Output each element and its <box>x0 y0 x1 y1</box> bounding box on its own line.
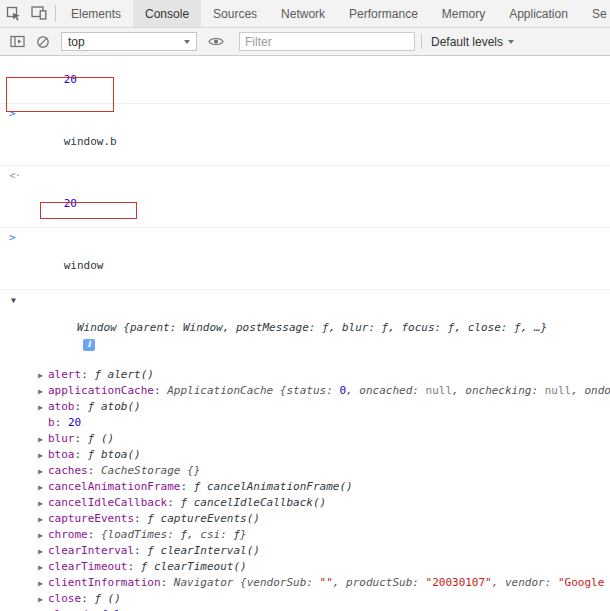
property-value-token: ƒ () <box>88 432 115 445</box>
expand-arrow-icon[interactable] <box>38 528 48 543</box>
live-expression-button[interactable] <box>203 29 229 55</box>
property-row-alert[interactable]: alertƒ alert() <box>0 367 610 383</box>
expand-arrow-icon[interactable] <box>38 496 48 511</box>
property-value-token: Navigator {vendorSub: <box>174 576 320 589</box>
property-name: chrome <box>48 528 101 541</box>
property-row-blur[interactable]: blurƒ () <box>0 431 610 447</box>
tab-se[interactable]: Se <box>580 0 610 27</box>
input-command: window <box>64 259 104 272</box>
property-value-token: , oncached: <box>346 384 425 397</box>
eye-icon <box>208 36 224 47</box>
expand-arrow-icon[interactable] <box>38 480 48 495</box>
collapse-arrow-icon[interactable] <box>11 294 21 308</box>
console-result-message: 20 <box>0 166 610 228</box>
console-object-message: Window {parent: Window, postMessage: ƒ, … <box>0 290 610 611</box>
property-value-token: , productSub: <box>333 576 426 589</box>
filter-input[interactable] <box>239 32 415 51</box>
console-toolbar: top Default levels <box>0 28 610 56</box>
property-value-token: null <box>426 384 453 397</box>
property-value-token: , csi: <box>187 528 233 541</box>
prompt-icon <box>9 231 16 245</box>
property-row-clearInterval[interactable]: clearIntervalƒ clearInterval() <box>0 543 610 559</box>
property-row-captureEvents[interactable]: captureEventsƒ captureEvents() <box>0 511 610 527</box>
property-name: b <box>48 416 68 429</box>
expand-arrow-icon[interactable] <box>38 448 48 463</box>
expand-arrow-icon[interactable] <box>38 432 48 447</box>
expand-arrow-icon[interactable] <box>38 544 48 559</box>
property-value-token: null <box>545 384 572 397</box>
expand-arrow-icon[interactable] <box>38 576 48 591</box>
expand-arrow-icon[interactable] <box>38 592 48 607</box>
property-name: btoa <box>48 448 88 461</box>
property-row-closed[interactable]: closedfalse <box>0 607 610 611</box>
property-row-atob[interactable]: atobƒ atob() <box>0 399 610 415</box>
expand-arrow-icon[interactable] <box>38 464 48 479</box>
tab-label: Memory <box>442 7 485 21</box>
toolbar-separator <box>55 5 56 22</box>
property-row-chrome[interactable]: chrome{loadTimes: ƒ, csi: ƒ} <box>0 527 610 543</box>
device-toolbar-button[interactable] <box>26 0 52 26</box>
tab-elements[interactable]: Elements <box>59 0 133 27</box>
tab-label: Performance <box>349 7 418 21</box>
tab-application[interactable]: Application <box>497 0 580 27</box>
property-row-btoa[interactable]: btoaƒ btoa() <box>0 447 610 463</box>
device-toolbar-icon <box>31 6 47 20</box>
expand-arrow-icon[interactable] <box>38 560 48 575</box>
property-row-clearTimeout[interactable]: clearTimeoutƒ clearTimeout() <box>0 559 610 575</box>
property-name: atob <box>48 400 88 413</box>
tab-label: Se <box>592 7 607 21</box>
property-value-token: ƒ captureEvents() <box>147 512 260 525</box>
property-value-token: ƒ alert() <box>94 368 154 381</box>
property-name: clientInformation <box>48 576 174 589</box>
inspect-element-button[interactable] <box>0 0 26 26</box>
expand-arrow-icon[interactable] <box>38 384 48 399</box>
context-selector[interactable]: top <box>61 32 197 51</box>
property-row-applicationCache[interactable]: applicationCacheApplicationCache {status… <box>0 383 610 399</box>
object-preview-line: Window {parent: Window, postMessage: ƒ, … <box>0 290 610 367</box>
log-levels-selector[interactable]: Default levels <box>424 35 521 49</box>
console-input-message: window.b <box>0 104 610 166</box>
object-preview[interactable]: Window {parent: Window, postMessage: ƒ, … <box>77 321 547 334</box>
property-value-token: } <box>240 528 247 541</box>
property-value-token: "" <box>320 576 333 589</box>
expand-arrow-icon[interactable] <box>38 400 48 415</box>
result-arrow-icon <box>9 169 20 183</box>
property-value-token: ApplicationCache {status: <box>167 384 339 397</box>
property-name: caches <box>48 464 101 477</box>
input-command: window.b <box>64 135 117 148</box>
property-value-token: 20 <box>68 416 81 429</box>
tab-label: Application <box>509 7 568 21</box>
log-levels-label: Default levels <box>431 35 503 49</box>
tab-sources[interactable]: Sources <box>201 0 269 27</box>
info-icon <box>83 339 95 351</box>
property-name: cancelIdleCallback <box>48 496 180 509</box>
tab-network[interactable]: Network <box>269 0 337 27</box>
expand-arrow-icon[interactable] <box>38 512 48 527</box>
property-row-caches[interactable]: cachesCacheStorage {} <box>0 463 610 479</box>
result-value: 20 <box>64 197 77 211</box>
property-value-token: {loadTimes: <box>101 528 180 541</box>
chevron-down-icon <box>184 40 190 44</box>
tab-performance[interactable]: Performance <box>337 0 430 27</box>
property-value-token: "20030107" <box>426 576 492 589</box>
property-value-token: ƒ () <box>94 592 121 605</box>
property-row-clientInformation[interactable]: clientInformationNavigator {vendorSub: "… <box>0 575 610 591</box>
console-sidebar-button[interactable] <box>4 29 30 55</box>
tab-console[interactable]: Console <box>133 0 201 27</box>
inspect-cursor-icon <box>6 6 21 21</box>
property-name: blur <box>48 432 88 445</box>
property-value-token: ƒ clearInterval() <box>147 544 260 557</box>
property-row-cancelIdleCallback[interactable]: cancelIdleCallbackƒ cancelIdleCallback() <box>0 495 610 511</box>
toolbar-separator <box>421 34 422 49</box>
console-output[interactable]: 20 window.b 20 window Window {parent: Wi… <box>0 56 610 611</box>
tab-label: Sources <box>213 7 257 21</box>
console-sidebar-icon <box>10 35 25 48</box>
property-row-close[interactable]: closeƒ () <box>0 591 610 607</box>
tab-memory[interactable]: Memory <box>430 0 497 27</box>
property-value-token: ƒ cancelIdleCallback() <box>180 496 326 509</box>
property-row-cancelAnimationFrame[interactable]: cancelAnimationFrameƒ cancelAnimationFra… <box>0 479 610 495</box>
clear-console-button[interactable] <box>30 29 56 55</box>
expand-arrow-icon[interactable] <box>38 368 48 383</box>
property-row-b[interactable]: b20 <box>0 415 610 431</box>
console-input-message: window <box>0 228 610 290</box>
